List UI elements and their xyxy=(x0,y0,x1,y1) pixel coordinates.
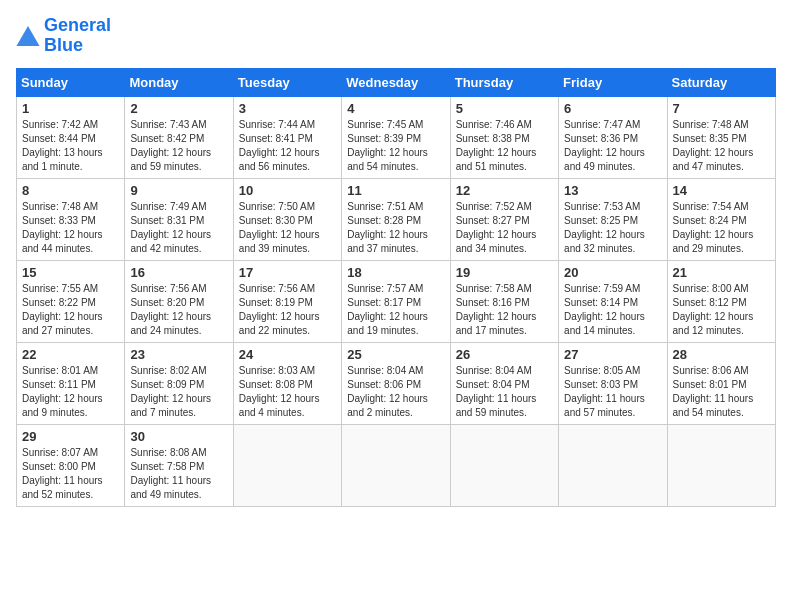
weekday-header: Wednesday xyxy=(342,68,450,96)
cell-info: Sunrise: 7:50 AM Sunset: 8:30 PM Dayligh… xyxy=(239,200,336,256)
weekday-header: Monday xyxy=(125,68,233,96)
day-number: 10 xyxy=(239,183,336,198)
day-number: 26 xyxy=(456,347,553,362)
cell-info: Sunrise: 8:07 AM Sunset: 8:00 PM Dayligh… xyxy=(22,446,119,502)
day-number: 28 xyxy=(673,347,770,362)
day-number: 16 xyxy=(130,265,227,280)
calendar-cell: 28Sunrise: 8:06 AM Sunset: 8:01 PM Dayli… xyxy=(667,342,775,424)
day-number: 30 xyxy=(130,429,227,444)
calendar-cell: 8Sunrise: 7:48 AM Sunset: 8:33 PM Daylig… xyxy=(17,178,125,260)
calendar-cell: 18Sunrise: 7:57 AM Sunset: 8:17 PM Dayli… xyxy=(342,260,450,342)
calendar-cell xyxy=(667,424,775,506)
calendar-cell xyxy=(342,424,450,506)
weekday-header: Sunday xyxy=(17,68,125,96)
calendar-cell: 30Sunrise: 8:08 AM Sunset: 7:58 PM Dayli… xyxy=(125,424,233,506)
weekday-header: Saturday xyxy=(667,68,775,96)
day-number: 3 xyxy=(239,101,336,116)
calendar-week-row: 22Sunrise: 8:01 AM Sunset: 8:11 PM Dayli… xyxy=(17,342,776,424)
cell-info: Sunrise: 7:43 AM Sunset: 8:42 PM Dayligh… xyxy=(130,118,227,174)
day-number: 14 xyxy=(673,183,770,198)
calendar-body: 1Sunrise: 7:42 AM Sunset: 8:44 PM Daylig… xyxy=(17,96,776,506)
calendar-cell: 1Sunrise: 7:42 AM Sunset: 8:44 PM Daylig… xyxy=(17,96,125,178)
calendar-cell: 14Sunrise: 7:54 AM Sunset: 8:24 PM Dayli… xyxy=(667,178,775,260)
calendar-cell: 4Sunrise: 7:45 AM Sunset: 8:39 PM Daylig… xyxy=(342,96,450,178)
day-number: 27 xyxy=(564,347,661,362)
cell-info: Sunrise: 8:06 AM Sunset: 8:01 PM Dayligh… xyxy=(673,364,770,420)
calendar-cell: 22Sunrise: 8:01 AM Sunset: 8:11 PM Dayli… xyxy=(17,342,125,424)
cell-info: Sunrise: 7:52 AM Sunset: 8:27 PM Dayligh… xyxy=(456,200,553,256)
day-number: 29 xyxy=(22,429,119,444)
day-number: 11 xyxy=(347,183,444,198)
day-number: 24 xyxy=(239,347,336,362)
day-number: 22 xyxy=(22,347,119,362)
calendar-week-row: 29Sunrise: 8:07 AM Sunset: 8:00 PM Dayli… xyxy=(17,424,776,506)
cell-info: Sunrise: 7:54 AM Sunset: 8:24 PM Dayligh… xyxy=(673,200,770,256)
calendar-cell: 19Sunrise: 7:58 AM Sunset: 8:16 PM Dayli… xyxy=(450,260,558,342)
logo-icon xyxy=(16,26,40,46)
cell-info: Sunrise: 7:55 AM Sunset: 8:22 PM Dayligh… xyxy=(22,282,119,338)
cell-info: Sunrise: 8:01 AM Sunset: 8:11 PM Dayligh… xyxy=(22,364,119,420)
day-number: 1 xyxy=(22,101,119,116)
cell-info: Sunrise: 7:42 AM Sunset: 8:44 PM Dayligh… xyxy=(22,118,119,174)
cell-info: Sunrise: 7:58 AM Sunset: 8:16 PM Dayligh… xyxy=(456,282,553,338)
day-number: 4 xyxy=(347,101,444,116)
day-number: 12 xyxy=(456,183,553,198)
weekday-header: Friday xyxy=(559,68,667,96)
calendar-cell: 27Sunrise: 8:05 AM Sunset: 8:03 PM Dayli… xyxy=(559,342,667,424)
calendar-week-row: 8Sunrise: 7:48 AM Sunset: 8:33 PM Daylig… xyxy=(17,178,776,260)
svg-marker-0 xyxy=(16,26,39,46)
cell-info: Sunrise: 7:56 AM Sunset: 8:19 PM Dayligh… xyxy=(239,282,336,338)
cell-info: Sunrise: 7:48 AM Sunset: 8:35 PM Dayligh… xyxy=(673,118,770,174)
calendar-week-row: 15Sunrise: 7:55 AM Sunset: 8:22 PM Dayli… xyxy=(17,260,776,342)
calendar-cell: 17Sunrise: 7:56 AM Sunset: 8:19 PM Dayli… xyxy=(233,260,341,342)
day-number: 2 xyxy=(130,101,227,116)
day-number: 5 xyxy=(456,101,553,116)
cell-info: Sunrise: 7:46 AM Sunset: 8:38 PM Dayligh… xyxy=(456,118,553,174)
cell-info: Sunrise: 8:03 AM Sunset: 8:08 PM Dayligh… xyxy=(239,364,336,420)
calendar-cell: 12Sunrise: 7:52 AM Sunset: 8:27 PM Dayli… xyxy=(450,178,558,260)
day-number: 9 xyxy=(130,183,227,198)
page-header: General Blue xyxy=(16,16,776,56)
calendar-cell xyxy=(559,424,667,506)
cell-info: Sunrise: 7:57 AM Sunset: 8:17 PM Dayligh… xyxy=(347,282,444,338)
day-number: 17 xyxy=(239,265,336,280)
calendar-cell: 11Sunrise: 7:51 AM Sunset: 8:28 PM Dayli… xyxy=(342,178,450,260)
cell-info: Sunrise: 7:51 AM Sunset: 8:28 PM Dayligh… xyxy=(347,200,444,256)
cell-info: Sunrise: 8:00 AM Sunset: 8:12 PM Dayligh… xyxy=(673,282,770,338)
calendar-cell: 21Sunrise: 8:00 AM Sunset: 8:12 PM Dayli… xyxy=(667,260,775,342)
calendar-cell: 23Sunrise: 8:02 AM Sunset: 8:09 PM Dayli… xyxy=(125,342,233,424)
day-number: 7 xyxy=(673,101,770,116)
cell-info: Sunrise: 7:56 AM Sunset: 8:20 PM Dayligh… xyxy=(130,282,227,338)
calendar-cell: 7Sunrise: 7:48 AM Sunset: 8:35 PM Daylig… xyxy=(667,96,775,178)
day-number: 18 xyxy=(347,265,444,280)
calendar-cell xyxy=(233,424,341,506)
calendar-cell: 5Sunrise: 7:46 AM Sunset: 8:38 PM Daylig… xyxy=(450,96,558,178)
calendar-cell: 2Sunrise: 7:43 AM Sunset: 8:42 PM Daylig… xyxy=(125,96,233,178)
day-number: 23 xyxy=(130,347,227,362)
cell-info: Sunrise: 8:04 AM Sunset: 8:06 PM Dayligh… xyxy=(347,364,444,420)
day-number: 15 xyxy=(22,265,119,280)
cell-info: Sunrise: 8:08 AM Sunset: 7:58 PM Dayligh… xyxy=(130,446,227,502)
calendar-header-row: SundayMondayTuesdayWednesdayThursdayFrid… xyxy=(17,68,776,96)
day-number: 20 xyxy=(564,265,661,280)
cell-info: Sunrise: 7:44 AM Sunset: 8:41 PM Dayligh… xyxy=(239,118,336,174)
day-number: 19 xyxy=(456,265,553,280)
calendar-cell: 29Sunrise: 8:07 AM Sunset: 8:00 PM Dayli… xyxy=(17,424,125,506)
cell-info: Sunrise: 7:59 AM Sunset: 8:14 PM Dayligh… xyxy=(564,282,661,338)
calendar-cell: 10Sunrise: 7:50 AM Sunset: 8:30 PM Dayli… xyxy=(233,178,341,260)
calendar-cell: 3Sunrise: 7:44 AM Sunset: 8:41 PM Daylig… xyxy=(233,96,341,178)
cell-info: Sunrise: 7:45 AM Sunset: 8:39 PM Dayligh… xyxy=(347,118,444,174)
day-number: 21 xyxy=(673,265,770,280)
cell-info: Sunrise: 8:05 AM Sunset: 8:03 PM Dayligh… xyxy=(564,364,661,420)
logo-text: General Blue xyxy=(44,16,111,56)
cell-info: Sunrise: 7:48 AM Sunset: 8:33 PM Dayligh… xyxy=(22,200,119,256)
day-number: 8 xyxy=(22,183,119,198)
calendar-cell: 26Sunrise: 8:04 AM Sunset: 8:04 PM Dayli… xyxy=(450,342,558,424)
cell-info: Sunrise: 7:47 AM Sunset: 8:36 PM Dayligh… xyxy=(564,118,661,174)
calendar-cell: 13Sunrise: 7:53 AM Sunset: 8:25 PM Dayli… xyxy=(559,178,667,260)
calendar-cell xyxy=(450,424,558,506)
cell-info: Sunrise: 7:53 AM Sunset: 8:25 PM Dayligh… xyxy=(564,200,661,256)
calendar-cell: 25Sunrise: 8:04 AM Sunset: 8:06 PM Dayli… xyxy=(342,342,450,424)
day-number: 25 xyxy=(347,347,444,362)
cell-info: Sunrise: 8:02 AM Sunset: 8:09 PM Dayligh… xyxy=(130,364,227,420)
